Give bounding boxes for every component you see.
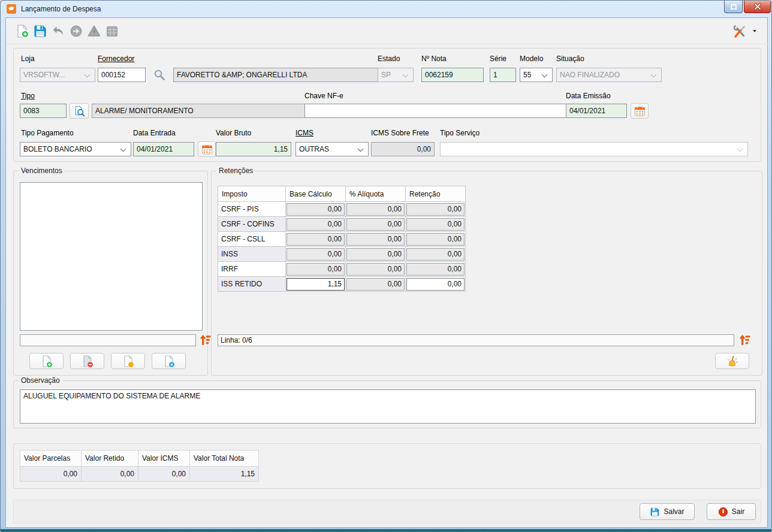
- valor-bruto-input[interactable]: 1,15: [216, 142, 291, 156]
- valor-retido-value: 0,00: [82, 467, 138, 482]
- document-edit-icon: [122, 355, 135, 368]
- table-row[interactable]: CSRF - CSLL 0,00 0,00 0,00: [218, 232, 466, 247]
- tipo-pagamento-select[interactable]: BOLETO BANCARIO: [20, 142, 131, 156]
- icms-label[interactable]: ICMS: [295, 129, 313, 137]
- document-add-icon: [40, 355, 53, 368]
- table-row[interactable]: CSRF - COFINS 0,00 0,00 0,00: [218, 217, 466, 232]
- vencimento-cancel-button[interactable]: [152, 353, 186, 369]
- undo-icon[interactable]: [51, 24, 65, 38]
- close-icon: [753, 3, 762, 10]
- totais-header-row: Valor Parcelas Valor Retido Valor ICMS V…: [20, 451, 259, 467]
- vencimento-remove-button[interactable]: [70, 353, 104, 369]
- warning-icon-disabled: [87, 24, 101, 38]
- serie-input[interactable]: 1: [490, 68, 516, 82]
- aliquota-cell: 0,00: [346, 233, 405, 246]
- data-emissao-input[interactable]: 04/01/2021: [566, 104, 627, 118]
- col-aliquota: % Alíquota: [346, 186, 406, 202]
- table-row[interactable]: CSRF - PIS 0,00 0,00 0,00: [218, 202, 466, 217]
- tipo-label[interactable]: Tipo: [21, 92, 35, 100]
- vencimentos-scroll-top-icon[interactable]: [198, 333, 212, 346]
- col-retencao: Retenção: [406, 186, 466, 202]
- new-record-icon[interactable]: [15, 24, 29, 38]
- retencoes-statusbar: Linha: 0/6: [218, 334, 734, 346]
- fornecedor-label[interactable]: Fornecedor: [98, 55, 134, 63]
- chevron-down-icon: [737, 146, 743, 152]
- data-emissao-label: Data Emissão: [566, 92, 611, 100]
- imposto-cell: CSRF - CSLL: [218, 232, 286, 247]
- vencimentos-list[interactable]: [20, 182, 203, 331]
- retencao-cell: 0,00: [406, 263, 465, 276]
- valor-icms-value: 0,00: [138, 467, 190, 482]
- col-valor-parcelas: Valor Parcelas: [20, 451, 82, 467]
- data-emissao-calendar-button[interactable]: [631, 103, 649, 119]
- base-cell: 0,00: [287, 248, 345, 261]
- retencao-cell-editable[interactable]: 0,00: [406, 278, 465, 291]
- nota-label: Nº Nota: [421, 55, 447, 63]
- estado-select[interactable]: SP: [378, 68, 414, 82]
- icms-select[interactable]: OUTRAS: [295, 142, 369, 156]
- chave-label: Chave NF-e: [304, 92, 343, 100]
- aliquota-cell: 0,00: [346, 218, 405, 231]
- col-base: Base Cálculo: [286, 186, 346, 202]
- search-document-icon: [73, 105, 85, 117]
- observacao-title: Observação: [19, 376, 62, 385]
- situacao-select[interactable]: NAO FINALIZADO: [556, 68, 662, 82]
- toolbar-divider: [6, 44, 768, 44]
- modelo-label: Modelo: [520, 55, 543, 63]
- loja-label: Loja: [21, 55, 35, 63]
- salvar-button[interactable]: Salvar: [640, 503, 695, 520]
- estado-label: Estado: [378, 55, 400, 63]
- tipo-pagamento-label: Tipo Pagamento: [21, 129, 74, 137]
- tipo-servico-label: Tipo Serviço: [440, 129, 480, 137]
- valor-bruto-label: Valor Bruto: [216, 129, 251, 137]
- base-cell-editable[interactable]: 1,15: [287, 278, 345, 291]
- tipo-search-button[interactable]: [70, 103, 89, 119]
- icms-frete-field: 0,00: [371, 142, 435, 156]
- retencoes-scroll-top-icon[interactable]: [738, 333, 751, 346]
- fornecedor-code-input[interactable]: 000152: [98, 68, 146, 82]
- base-cell: 0,00: [287, 218, 345, 231]
- exit-icon: [718, 507, 728, 517]
- chevron-down-icon: [358, 146, 364, 152]
- settings-tools-icon[interactable]: [732, 24, 747, 38]
- save-icon[interactable]: [33, 24, 47, 38]
- vencimentos-title: Vencimentos: [19, 167, 65, 175]
- totais-table: Valor Parcelas Valor Retido Valor ICMS V…: [20, 450, 259, 482]
- data-entrada-input[interactable]: 04/01/2021: [133, 142, 194, 156]
- forward-icon-disabled: [69, 24, 83, 38]
- tipo-code-input[interactable]: 0083: [20, 104, 67, 118]
- nota-input[interactable]: 0062159: [421, 68, 484, 82]
- document-cancel-icon: [162, 355, 176, 368]
- tipo-servico-select[interactable]: [440, 142, 748, 156]
- settings-dropdown-caret[interactable]: [753, 30, 756, 32]
- chave-nfe-input[interactable]: [304, 104, 571, 118]
- titlebar[interactable]: Lançamento de Despesa: [1, 1, 771, 17]
- vencimentos-statusbar: [20, 334, 196, 346]
- fornecedor-search-icon[interactable]: [152, 68, 167, 82]
- retencoes-clear-button[interactable]: [715, 353, 749, 369]
- sair-button[interactable]: Sair: [707, 503, 756, 520]
- base-cell: 0,00: [287, 233, 345, 246]
- table-row[interactable]: INSS 0,00 0,00 0,00: [218, 247, 466, 262]
- window-close-button[interactable]: [744, 1, 771, 13]
- retencao-cell: 0,00: [406, 233, 465, 246]
- imposto-cell: INSS: [218, 247, 286, 262]
- calendar-icon: [201, 144, 213, 155]
- window-restore-button[interactable]: [724, 1, 743, 13]
- aliquota-cell: 0,00: [346, 278, 405, 291]
- loja-select[interactable]: VRSOFTW...: [20, 68, 95, 82]
- valor-total-value: 1,15: [190, 467, 259, 482]
- broom-icon: [726, 355, 739, 368]
- table-row[interactable]: IRRF 0,00 0,00 0,00: [218, 262, 466, 277]
- vencimento-edit-button[interactable]: [111, 353, 145, 369]
- totais-group: Valor Parcelas Valor Retido Valor ICMS V…: [13, 443, 761, 489]
- chevron-down-icon: [403, 72, 409, 78]
- observacao-textarea[interactable]: ALUGUEL EQUIPAMENTO DO SISTEMA DE ALARME: [20, 389, 756, 424]
- vencimento-add-button[interactable]: [29, 353, 64, 369]
- aliquota-cell: 0,00: [346, 263, 405, 276]
- col-imposto: Imposto: [218, 186, 286, 202]
- data-entrada-calendar-button[interactable]: [198, 141, 216, 157]
- table-row[interactable]: ISS RETIDO 1,15 0,00 0,00: [218, 277, 466, 292]
- fornecedor-name-field: FAVORETTO &AMP; ONGARELLI LTDA: [173, 68, 381, 82]
- modelo-select[interactable]: 55: [520, 68, 553, 82]
